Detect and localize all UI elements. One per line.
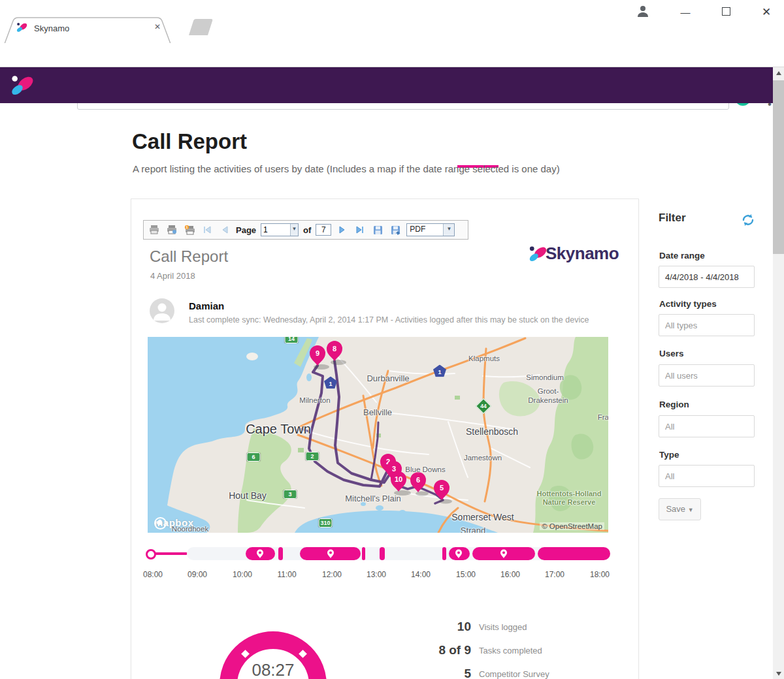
- browser-tab[interactable]: [4, 17, 171, 44]
- report-title: Call Report: [150, 247, 228, 266]
- skynamo-wordmark: Skynamo: [546, 244, 619, 264]
- previous-page-icon[interactable]: [218, 224, 231, 236]
- timeline-tick-label: 15:00: [456, 570, 476, 579]
- skynamo-brand: Skynamo: [527, 244, 619, 264]
- export-format-value: PDF: [407, 224, 443, 236]
- avatar: [150, 298, 174, 323]
- next-page-icon[interactable]: [336, 224, 349, 236]
- scroll-down-icon[interactable]: [776, 672, 781, 676]
- report-viewer-toolbar: 1 Page ▼ of 7 PDF▼: [143, 220, 468, 240]
- timeline-segment[interactable]: [380, 547, 385, 560]
- export-format-select[interactable]: PDF▼: [406, 223, 455, 236]
- stat-row: 10Visits logged: [393, 620, 602, 635]
- of-label: of: [303, 225, 311, 235]
- timeline-tick-label: 08:00: [143, 570, 163, 579]
- maximize-button[interactable]: [716, 4, 736, 21]
- timeline-segment[interactable]: [538, 547, 610, 560]
- page-number-combo[interactable]: ▼: [261, 223, 299, 236]
- filter-input-region[interactable]: [659, 415, 755, 437]
- svg-text:1: 1: [186, 225, 188, 229]
- user-menu[interactable]: ▼Elana: [730, 150, 762, 159]
- print-preview-icon[interactable]: [165, 224, 178, 236]
- announcement-voice-icon[interactable]: [695, 147, 711, 160]
- stat-value: 8 of 9: [438, 643, 471, 657]
- timeline-pin-icon: [500, 549, 508, 561]
- tab-close-icon[interactable]: ✕: [154, 22, 161, 31]
- timeline-segment[interactable]: [300, 547, 361, 560]
- mapbox-logo[interactable]: mapbox: [154, 517, 194, 528]
- chevron-down-icon: ▼: [688, 507, 694, 513]
- stat-value: 10: [457, 620, 471, 634]
- svg-text:9: 9: [316, 349, 319, 357]
- timeline-tick-label: 16:00: [500, 570, 520, 579]
- combo-arrow-icon[interactable]: ▼: [443, 224, 454, 236]
- combo-arrow-icon[interactable]: ▼: [290, 224, 298, 236]
- stat-value: 5: [464, 667, 471, 679]
- timeline-segment[interactable]: [246, 547, 275, 560]
- save-report-icon[interactable]: [371, 224, 384, 236]
- filter-label-users: Users: [659, 349, 684, 358]
- filter-input-users[interactable]: [659, 364, 755, 387]
- road-shield-6: 6: [247, 452, 261, 462]
- chevron-down-icon: ▼: [730, 152, 736, 159]
- total-pages: 7: [316, 224, 331, 236]
- timeline-segment[interactable]: [472, 547, 535, 560]
- filter-label-activity-types: Activity types: [659, 299, 717, 309]
- filter-label-region: Region: [659, 400, 689, 409]
- timeline-tick-label: 14:00: [411, 570, 431, 579]
- timeline-tick-label: 09:00: [188, 570, 207, 579]
- save-button[interactable]: Save ▼: [659, 498, 701, 520]
- filter-input-activity-types[interactable]: [659, 314, 755, 336]
- scrollbar-thumb[interactable]: [773, 80, 784, 254]
- timeline-segment[interactable]: [278, 547, 283, 560]
- report-date: 4 April 2018: [150, 271, 195, 281]
- nav-item-dashboard[interactable]: Dashboard: [50, 134, 116, 170]
- minimize-button[interactable]: —: [676, 4, 695, 21]
- export-report-icon[interactable]: [389, 224, 402, 236]
- timeline-tick-label: 11:00: [277, 570, 296, 579]
- timeline-segment[interactable]: [449, 547, 470, 560]
- filter-label-type: Type: [659, 450, 679, 460]
- print-icon[interactable]: [148, 224, 161, 236]
- route-map[interactable]: 98236105 DurbanvilleMilnertonBellvilleCa…: [148, 337, 608, 533]
- svg-text:8: 8: [333, 345, 336, 353]
- tab-title: Skynamo: [34, 24, 69, 33]
- road-shield-2: 2: [306, 452, 319, 461]
- profile-icon[interactable]: [635, 3, 651, 19]
- app-navbar: DashboardTimelineCalendarProductsCustome…: [0, 67, 784, 103]
- close-window-button[interactable]: ✕: [757, 4, 776, 21]
- page-number-input[interactable]: [261, 224, 290, 236]
- map-base: 98236105: [148, 337, 608, 533]
- stat-label: Tasks completed: [479, 646, 542, 655]
- scroll-up-icon[interactable]: [776, 71, 781, 75]
- svg-text:3: 3: [392, 465, 396, 473]
- timeline-segment[interactable]: [442, 547, 446, 560]
- timeline-tick-label: 18:00: [590, 570, 610, 579]
- timeline-start-line: [155, 552, 188, 555]
- timeline-pin-icon: [455, 549, 463, 561]
- timeline-pin-icon: [327, 549, 335, 561]
- last-page-icon[interactable]: [353, 224, 367, 236]
- stat-row: 8 of 9Tasks completed: [393, 643, 602, 659]
- new-tab-button[interactable]: [184, 19, 216, 36]
- timeline-track: [187, 547, 610, 560]
- timeline-pin-icon: [257, 549, 264, 561]
- report-user-name: Damian: [189, 300, 224, 311]
- timeline-tick-label: 10:00: [233, 570, 252, 579]
- map-attribution[interactable]: © OpenStreetMap: [540, 522, 604, 530]
- refresh-icon[interactable]: [741, 213, 755, 227]
- settings-gear-icon[interactable]: ⚙: [665, 146, 676, 161]
- timeline-segment[interactable]: [362, 547, 365, 560]
- skynamo-logo-icon[interactable]: [9, 73, 37, 98]
- svg-text:5: 5: [440, 484, 444, 492]
- skynamo-favicon-icon: [16, 22, 29, 33]
- report-sync-message: Last complete sync: Wednesday, April 2, …: [189, 315, 589, 324]
- first-page-icon[interactable]: [201, 224, 214, 236]
- mapbox-logo-icon: [154, 517, 167, 529]
- filter-input-type[interactable]: [659, 465, 755, 487]
- page-scrollbar[interactable]: [773, 67, 784, 679]
- road-shield-14: 14: [285, 337, 299, 343]
- activity-timeline: 08:0009:0010:0011:0012:0013:0014:0015:00…: [148, 544, 613, 584]
- page-setup-icon[interactable]: 1: [183, 224, 196, 236]
- filter-input-date-range[interactable]: [659, 266, 755, 288]
